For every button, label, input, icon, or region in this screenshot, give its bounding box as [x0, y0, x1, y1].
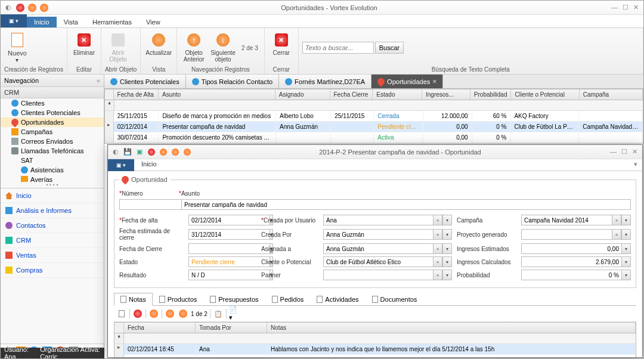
proyecto-input[interactable]: [521, 229, 612, 240]
refresh-notes-button[interactable]: [148, 308, 159, 319]
creada-por-input[interactable]: [323, 229, 433, 240]
creada-usuario-input[interactable]: [323, 215, 433, 225]
detail-tab-pedidos[interactable]: Pedidos: [265, 293, 311, 305]
asunto-input[interactable]: [181, 199, 631, 210]
nav-link-contactos[interactable]: Contactos: [1, 218, 104, 233]
col-fecha-alta[interactable]: Fecha de Alta: [114, 89, 159, 100]
prev-note-button[interactable]: [165, 308, 175, 319]
cliente-input[interactable]: [323, 256, 433, 267]
detail-tab-documentos[interactable]: Documentos: [366, 293, 424, 305]
doc-tab[interactable]: Clientes Potenciales: [104, 75, 186, 88]
nav-link-ventas[interactable]: Ventas: [1, 248, 104, 263]
nav-tree-item[interactable]: Asistencias: [1, 165, 104, 175]
detail-qat-next-icon[interactable]: [182, 147, 193, 157]
detail-file-button[interactable]: ▣ ▾: [108, 159, 134, 171]
campana-input[interactable]: [521, 215, 612, 225]
clear-icon[interactable]: ×: [433, 243, 442, 254]
nav-link-crm[interactable]: CRM: [1, 233, 104, 248]
detail-tab-notas[interactable]: Notas: [114, 293, 153, 306]
detail-maximize-button[interactable]: ☐: [621, 148, 627, 156]
table-row[interactable]: 25/11/2015 Diseño de marca y promoción e…: [105, 111, 643, 122]
nav-tree-item[interactable]: Correos Enviados: [1, 137, 104, 146]
new-note-button[interactable]: [116, 308, 127, 319]
detail-tab-actividades[interactable]: Actividades: [310, 293, 365, 305]
detail-tab-inicio[interactable]: Inicio: [134, 159, 164, 171]
nuevo-button[interactable]: Nuevo▾: [4, 30, 30, 64]
ribbon-file-button[interactable]: ▣ ▾: [1, 14, 27, 27]
dropdown-icon[interactable]: ▾: [621, 256, 631, 267]
notes-tool-icon[interactable]: 📋: [213, 308, 224, 319]
fecha-estimada-input[interactable]: [188, 229, 270, 240]
col-asunto[interactable]: Asunto: [159, 89, 275, 100]
maximize-button[interactable]: ☐: [623, 4, 628, 11]
siguiente-objeto-button[interactable]: ↓ Siguienteobjeto: [209, 30, 237, 64]
doc-tab[interactable]: Tipos Relación Contacto: [186, 75, 279, 88]
delete-note-button[interactable]: [132, 308, 143, 319]
clear-icon[interactable]: ×: [612, 215, 621, 225]
estado-input[interactable]: [188, 256, 270, 267]
nav-tree-item[interactable]: SAT: [1, 156, 104, 165]
minimize-button[interactable]: —: [611, 4, 618, 11]
nav-tree-item[interactable]: Llamadas Telefónicas: [1, 146, 104, 156]
dropdown-icon[interactable]: ▾: [621, 243, 631, 254]
next-note-button[interactable]: [178, 308, 188, 319]
col-cliente[interactable]: Cliente o Potencial: [511, 89, 579, 100]
search-input[interactable]: [302, 42, 374, 54]
col-campana[interactable]: Campaña: [580, 89, 643, 100]
dropdown-icon[interactable]: ▾: [621, 215, 631, 225]
ribbon-tab-view[interactable]: View: [139, 17, 168, 27]
dropdown-icon[interactable]: ▾: [442, 256, 452, 267]
clear-icon[interactable]: ×: [433, 256, 442, 267]
detail-qat-icon[interactable]: [158, 147, 169, 157]
col-estado[interactable]: Estado: [373, 89, 422, 100]
clear-icon[interactable]: ×: [433, 270, 442, 280]
table-row[interactable]: 30/07/2014 Promoción descuento 20% camis…: [105, 132, 643, 143]
probabilidad-input[interactable]: [521, 270, 621, 280]
clear-icon[interactable]: ×: [433, 229, 442, 240]
detail-tab-productos[interactable]: Productos: [153, 293, 204, 305]
objeto-anterior-button[interactable]: ↑ ObjetoAnterior: [181, 30, 207, 64]
ribbon-tab-herramientas[interactable]: Herramientas: [85, 17, 139, 27]
note-row[interactable]: 01/12/2014 18:44 Ana Llamamos por teléfo…: [114, 355, 636, 357]
doc-tab[interactable]: Fornés Martínez,D27EA: [279, 75, 371, 88]
dropdown-icon[interactable]: ▾: [621, 229, 631, 240]
nav-section-crm[interactable]: CRM: [1, 87, 104, 98]
tab-close-icon[interactable]: ×: [432, 78, 436, 86]
fecha-cierre-input[interactable]: [188, 243, 270, 254]
col-fecha-cierre[interactable]: Fecha Cierre: [330, 89, 373, 100]
nav-tree-item[interactable]: Clientes Potenciales: [1, 108, 104, 117]
clear-icon[interactable]: ×: [612, 229, 621, 240]
col-asignado[interactable]: Asignado: [275, 89, 330, 100]
nav-tree-item[interactable]: Clientes: [1, 98, 104, 108]
table-row[interactable]: ▸ 02/12/2014 Presentar campaña de navida…: [105, 122, 643, 132]
nav-link-inicio[interactable]: Inicio: [1, 188, 104, 203]
doc-tab[interactable]: Oportunidades×: [371, 75, 443, 88]
dropdown-icon[interactable]: ▾: [442, 243, 452, 254]
nav-tree-item[interactable]: Averías: [1, 175, 104, 182]
nav-link-análisis-e-informes[interactable]: Análisis e Informes: [1, 203, 104, 218]
clear-icon[interactable]: ×: [433, 215, 442, 225]
partner-input[interactable]: [323, 270, 433, 280]
ribbon-tab-vista[interactable]: Vista: [57, 17, 85, 27]
note-row[interactable]: ▸ 02/12/2014 18:45 Ana Hablamos con Jaci…: [114, 344, 636, 355]
nav-tree-item[interactable]: Campañas: [1, 127, 104, 137]
nav-link-compras[interactable]: Compras: [1, 263, 104, 278]
notes-tool-icon[interactable]: 📄▾: [229, 308, 240, 319]
detail-qat-icon[interactable]: [146, 147, 157, 157]
detail-qat-prev-icon[interactable]: [170, 147, 181, 157]
detail-qat-icon[interactable]: ◐: [110, 147, 121, 157]
ingresos-calculados-input[interactable]: [521, 256, 621, 267]
detail-qat-save-icon[interactable]: 💾: [122, 147, 133, 157]
nav-tree-item[interactable]: Oportunidades: [1, 117, 104, 127]
detail-minimize-button[interactable]: —: [610, 148, 617, 156]
fecha-alta-input[interactable]: [188, 215, 270, 225]
dropdown-icon[interactable]: ▾: [621, 270, 631, 280]
asignada-input[interactable]: [323, 243, 433, 254]
col-probabilidad[interactable]: Probabilidad: [470, 89, 512, 100]
dropdown-icon[interactable]: ▾: [442, 215, 452, 225]
close-button[interactable]: ✕: [633, 4, 639, 11]
ribbon-tab-inicio[interactable]: Inicio: [27, 17, 57, 27]
dropdown-icon[interactable]: ▾: [442, 229, 452, 240]
qat-refresh-icon[interactable]: [15, 2, 26, 13]
qat-prev-icon[interactable]: [27, 2, 38, 13]
